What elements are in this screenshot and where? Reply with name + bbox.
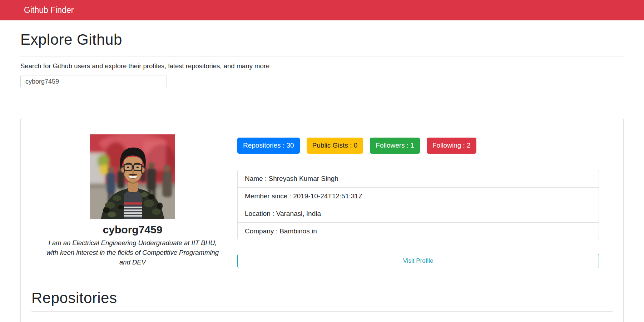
profile-card: cyborg7459 I am an Electrical Engineerin…	[20, 118, 624, 322]
title-divider	[20, 56, 624, 56]
profile-details-list: Name : Shreyash Kumar Singh Member since…	[237, 170, 599, 240]
profile-left-column: cyborg7459 I am an Electrical Engineerin…	[28, 134, 237, 268]
detail-location: Location : Varanasi, India	[237, 205, 599, 223]
page-subtitle: Search for Github users and explore thei…	[20, 62, 624, 70]
repositories-badge: Repositories : 30	[237, 138, 300, 154]
profile-card-body: cyborg7459 I am an Electrical Engineerin…	[21, 118, 623, 268]
page-title: Explore Github	[20, 31, 624, 48]
profile-username: cyborg7459	[28, 224, 237, 236]
detail-member-since: Member since : 2019-10-24T12:51:31Z	[237, 188, 599, 205]
detail-name: Name : Shreyash Kumar Singh	[237, 170, 599, 188]
followers-badge: Followers : 1	[370, 138, 420, 154]
visit-profile-button[interactable]: Visit Profile	[237, 254, 599, 268]
stats-badges-row: Repositories : 30 Public Gists : 0 Follo…	[237, 138, 599, 154]
navbar-brand[interactable]: Github Finder	[24, 5, 74, 15]
profile-photo	[90, 134, 175, 219]
search-input[interactable]	[20, 75, 167, 88]
repositories-divider	[31, 311, 613, 312]
detail-company: Company : Bambinos.in	[237, 223, 599, 240]
profile-bio: I am an Electrical Engineering Undergrad…	[43, 238, 223, 267]
navbar: Github Finder	[0, 0, 644, 20]
public-gists-badge: Public Gists : 0	[307, 138, 363, 154]
profile-right-column: Repositories : 30 Public Gists : 0 Follo…	[237, 134, 599, 268]
repositories-title: Repositories	[31, 289, 613, 307]
main-container: Explore Github Search for Github users a…	[20, 31, 624, 322]
following-badge: Following : 2	[427, 138, 476, 154]
repositories-section: Repositories	[21, 289, 623, 312]
